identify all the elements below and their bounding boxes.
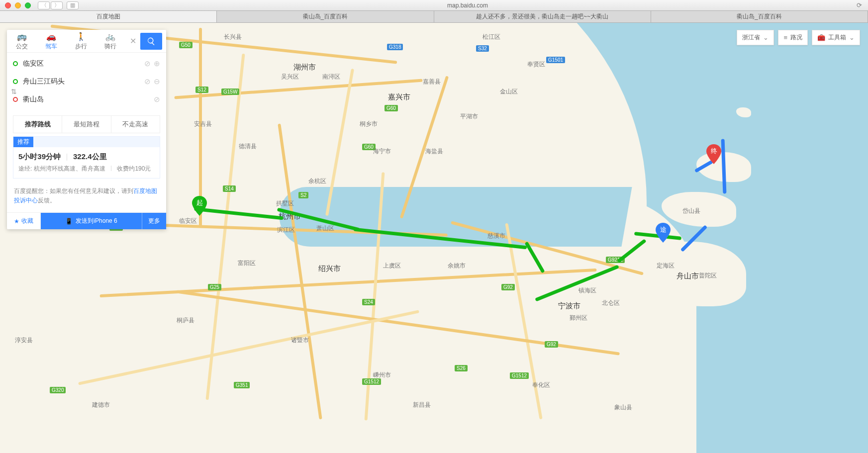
highway-shield: S12 (195, 87, 208, 93)
district-label: 建德市 (92, 401, 110, 409)
district-label: 萧山区 (316, 224, 334, 233)
district-label: 淳安县 (15, 336, 33, 345)
url-field[interactable]: map.baidu.com (79, 2, 857, 9)
highway-shield: G50 (179, 42, 193, 48)
district-label: 奉贤区 (527, 60, 545, 69)
district-label: 海盐县 (425, 147, 443, 156)
district-label: 长兴县 (224, 33, 242, 41)
waypoint-marker[interactable]: 途 (656, 223, 671, 243)
traffic-icon: ≡ (783, 34, 787, 41)
highway-shield: G92 (501, 284, 515, 290)
district-label: 嵊州市 (373, 371, 391, 379)
favorite-button[interactable]: ★收藏 (7, 213, 41, 229)
highway-shield: G318 (387, 44, 403, 50)
district-label: 普陀区 (699, 272, 717, 280)
city-label: 绍兴市 (318, 264, 341, 273)
district-label: 奉化区 (532, 381, 550, 389)
highway-shield: G320 (50, 387, 66, 393)
end-marker[interactable]: 终 (706, 144, 721, 164)
browser-tab[interactable]: 衢山岛_百度百科 (217, 11, 434, 22)
district-label: 平湖市 (460, 112, 478, 121)
browser-tab[interactable]: 趁人还不多，景还很美，衢山岛走一趟吧~~大衢山 (434, 11, 651, 22)
mode-bike[interactable]: 🚲骑行 (96, 32, 126, 51)
district-label: 余姚市 (448, 262, 466, 270)
maximize-window-button[interactable] (25, 2, 31, 8)
highway-shield: G15W (221, 89, 239, 95)
close-panel-button[interactable]: ✕ (125, 36, 140, 46)
district-label: 镇海区 (579, 286, 596, 295)
highway-shield: G1512 (510, 372, 529, 379)
browser-tab[interactable]: 衢山岛_百度百科 (651, 11, 868, 22)
route-distance: 322.4公里 (73, 152, 107, 162)
district-label: 松江区 (482, 33, 500, 41)
district-label: 金山区 (500, 88, 518, 96)
tab-recommended[interactable]: 推荐路线 (13, 116, 62, 133)
highway-shield: G92 (545, 341, 558, 348)
district-label: 鄞州区 (570, 314, 587, 322)
browser-tabbar: 百度地图 衢山岛_百度百科 趁人还不多，景还很美，衢山岛走一趟吧~~大衢山 衢山… (0, 11, 868, 23)
sidebar-button[interactable]: ▥ (67, 1, 79, 9)
mode-transit[interactable]: 🚌公交 (7, 32, 37, 51)
minimize-window-button[interactable] (15, 2, 21, 8)
remove-stop-icon[interactable]: ⊖ (154, 77, 160, 86)
district-label: 海宁市 (373, 147, 391, 156)
waypoint-input[interactable] (23, 78, 141, 86)
reload-button[interactable]: ⟳ (857, 1, 862, 9)
district-label: 象山县 (614, 403, 632, 412)
tab-no-highway[interactable]: 不走高速 (111, 116, 160, 133)
add-stop-icon[interactable]: ⊕ (154, 59, 160, 68)
highway-shield: G25 (208, 284, 221, 290)
destination-pin-icon (13, 97, 18, 102)
city-label: 嘉兴市 (388, 92, 410, 102)
traffic-toggle[interactable]: ≡路况 (778, 30, 808, 45)
mode-car[interactable]: 🚗驾车 (37, 32, 67, 51)
highway-shield: S2 (298, 192, 308, 198)
map-controls: 浙江省⌄ ≡路况 🧰工具箱⌄ (737, 30, 860, 45)
clear-icon[interactable]: ⊘ (144, 77, 151, 86)
close-window-button[interactable] (5, 2, 11, 8)
route-via: 杭州湾环线高速、甬舟高速 (34, 165, 105, 172)
clear-icon[interactable]: ⊘ (144, 59, 151, 68)
district-label: 岱山县 (682, 207, 700, 215)
highway-shield: S24 (362, 299, 375, 305)
region-selector[interactable]: 浙江省⌄ (737, 30, 774, 45)
origin-input[interactable] (23, 60, 141, 68)
toolbox-icon: 🧰 (817, 34, 825, 41)
bus-icon: 🚌 (17, 32, 27, 41)
chevron-down-icon: ⌄ (763, 34, 769, 41)
district-label: 北仑区 (602, 299, 620, 307)
highway-shield: G1501 (546, 57, 565, 63)
mode-walk[interactable]: 🚶步行 (66, 32, 96, 51)
recommended-tag: 推荐 (13, 137, 33, 147)
back-button[interactable]: 〈 (38, 1, 50, 9)
highway-shield: G60 (385, 105, 398, 111)
tab-shortest[interactable]: 最短路程 (62, 116, 110, 133)
district-label: 定海区 (657, 262, 675, 270)
district-label: 临安区 (179, 217, 197, 225)
tools-menu[interactable]: 🧰工具箱⌄ (812, 30, 860, 45)
district-label: 滨江区 (277, 226, 295, 234)
route-card[interactable]: 推荐 5小时39分钟 322.4公里 途经: 杭州湾环线高速、甬舟高速 收费约1… (13, 136, 160, 179)
directions-panel: 🚌公交 🚗驾车 🚶步行 🚲骑行 ✕ ⇅ (7, 30, 166, 229)
destination-input[interactable] (23, 95, 151, 103)
phone-icon: 📱 (65, 218, 73, 225)
highway-shield: S14 (223, 185, 236, 192)
search-button[interactable] (140, 33, 162, 50)
more-button[interactable]: 更多 (142, 213, 166, 229)
send-to-phone-button[interactable]: 📱发送到iPhone 6 (41, 213, 142, 229)
chevron-down-icon: ⌄ (849, 34, 855, 41)
district-label: 吴兴区 (281, 73, 299, 81)
route-duration: 5小时39分钟 (18, 152, 61, 162)
highway-shield: S26 (455, 365, 468, 371)
start-marker[interactable]: 起 (192, 196, 207, 216)
district-label: 德清县 (239, 142, 257, 151)
district-label: 嘉善县 (423, 78, 441, 86)
browser-titlebar: 〈 〉 ▥ map.baidu.com ⟳ (0, 0, 868, 11)
route-via-label: 途经: (18, 165, 32, 172)
highway-shield: S32 (476, 45, 489, 52)
forward-button[interactable]: 〉 (51, 1, 63, 9)
district-label: 余杭区 (308, 177, 326, 185)
browser-tab[interactable]: 百度地图 (0, 11, 217, 22)
clear-icon[interactable]: ⊘ (154, 95, 160, 104)
walk-icon: 🚶 (76, 32, 86, 41)
